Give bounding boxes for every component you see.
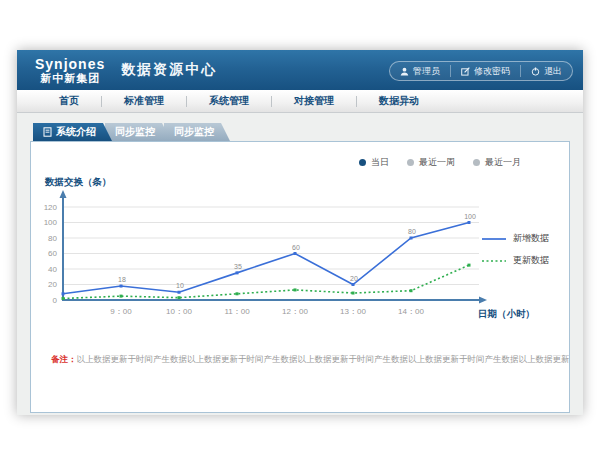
legend-label: 新增数据 xyxy=(513,232,549,245)
line-chart: 0204060801001209：0010：0011：0012：0013：001… xyxy=(31,188,501,320)
svg-text:9：00: 9：00 xyxy=(110,307,132,316)
nav-item-4[interactable]: 数据异动 xyxy=(357,94,441,108)
doc-icon xyxy=(43,127,52,137)
page-title: 数据资源中心 xyxy=(121,61,217,79)
range-option-1[interactable]: 最近一周 xyxy=(407,156,455,169)
svg-text:20: 20 xyxy=(48,280,57,289)
change-password-button[interactable]: 修改密码 xyxy=(450,65,520,77)
legend-item-0: 新增数据 xyxy=(482,232,549,245)
svg-text:60: 60 xyxy=(48,249,57,258)
logout-button[interactable]: 退出 xyxy=(520,65,572,77)
tab-bar: 系统介绍同步监控同步监控 xyxy=(33,123,223,141)
chart-legend: 新增数据更新数据 xyxy=(482,232,549,267)
svg-text:14：00: 14：00 xyxy=(398,307,424,316)
svg-text:12：00: 12：00 xyxy=(282,307,308,316)
edit-icon xyxy=(461,67,470,76)
radio-dot-icon xyxy=(407,159,414,166)
nav-item-2[interactable]: 系统管理 xyxy=(187,94,271,108)
nav-item-0[interactable]: 首页 xyxy=(37,94,101,108)
user-toolbar: 管理员 修改密码 退出 xyxy=(389,61,573,81)
logout-label: 退出 xyxy=(544,65,562,78)
legend-label: 更新数据 xyxy=(513,254,549,267)
tab-label: 同步监控 xyxy=(174,125,214,139)
app-header: Synjones 新中新集团 数据资源中心 管理员 修改密码 xyxy=(17,50,583,90)
nav-item-1[interactable]: 标准管理 xyxy=(102,94,186,108)
svg-text:18: 18 xyxy=(118,276,126,283)
page-body: 系统介绍同步监控同步监控 当日最近一周最近一月 数据交换（条） 02040608… xyxy=(17,113,583,415)
svg-text:120: 120 xyxy=(44,203,58,212)
svg-text:13：00: 13：00 xyxy=(340,307,366,316)
tab-2[interactable]: 同步监控 xyxy=(164,123,230,141)
x-axis-title: 日期（小时） xyxy=(478,308,535,321)
svg-text:11：00: 11：00 xyxy=(224,307,250,316)
chart-area: 0204060801001209：0010：0011：0012：0013：001… xyxy=(31,188,501,324)
user-label: 管理员 xyxy=(413,65,440,78)
footer-note: 备注：以上数据更新于时间产生数据以上数据更新于时间产生数据以上数据更新于时间产生… xyxy=(31,354,569,366)
range-option-label: 最近一月 xyxy=(485,156,521,169)
svg-text:10：00: 10：00 xyxy=(166,307,192,316)
tab-1[interactable]: 同步监控 xyxy=(105,123,171,141)
svg-text:10: 10 xyxy=(176,282,184,289)
range-filter: 当日最近一周最近一月 xyxy=(359,156,521,169)
svg-text:0: 0 xyxy=(53,296,58,305)
radio-dot-icon xyxy=(359,159,366,166)
logo-brand-text: Synjones xyxy=(35,57,105,71)
change-password-label: 修改密码 xyxy=(474,65,510,78)
app-window: Synjones 新中新集团 数据资源中心 管理员 修改密码 xyxy=(17,50,583,415)
legend-line-icon xyxy=(482,236,506,242)
user-icon xyxy=(400,67,409,76)
radio-dot-icon xyxy=(473,159,480,166)
tab-label: 同步监控 xyxy=(115,125,155,139)
svg-text:80: 80 xyxy=(408,228,416,235)
content-panel: 当日最近一周最近一月 数据交换（条） 0204060801001209：0010… xyxy=(30,141,570,413)
svg-text:100: 100 xyxy=(464,213,476,220)
legend-line-icon xyxy=(482,258,506,264)
svg-text:40: 40 xyxy=(48,265,57,274)
range-option-label: 最近一周 xyxy=(419,156,455,169)
company-logo: Synjones 新中新集团 xyxy=(35,57,105,84)
svg-text:100: 100 xyxy=(44,218,58,227)
user-menu-button[interactable]: 管理员 xyxy=(390,65,450,77)
range-option-2[interactable]: 最近一月 xyxy=(473,156,521,169)
legend-item-1: 更新数据 xyxy=(482,254,549,267)
tab-label: 系统介绍 xyxy=(56,125,96,139)
svg-text:60: 60 xyxy=(292,244,300,251)
range-option-0[interactable]: 当日 xyxy=(359,156,389,169)
svg-text:80: 80 xyxy=(48,234,57,243)
footer-note-text: 以上数据更新于时间产生数据以上数据更新于时间产生数据以上数据更新于时间产生数据以… xyxy=(77,354,570,364)
svg-text:20: 20 xyxy=(350,275,358,282)
nav-item-3[interactable]: 对接管理 xyxy=(272,94,356,108)
tab-0[interactable]: 系统介绍 xyxy=(33,123,112,141)
power-icon xyxy=(531,67,540,76)
logo-company-name: 新中新集团 xyxy=(35,73,105,84)
footer-note-prefix: 备注： xyxy=(51,354,77,364)
svg-text:35: 35 xyxy=(234,263,242,270)
nav-menu: 首页标准管理系统管理对接管理数据异动 xyxy=(17,90,583,113)
range-option-label: 当日 xyxy=(371,156,389,169)
